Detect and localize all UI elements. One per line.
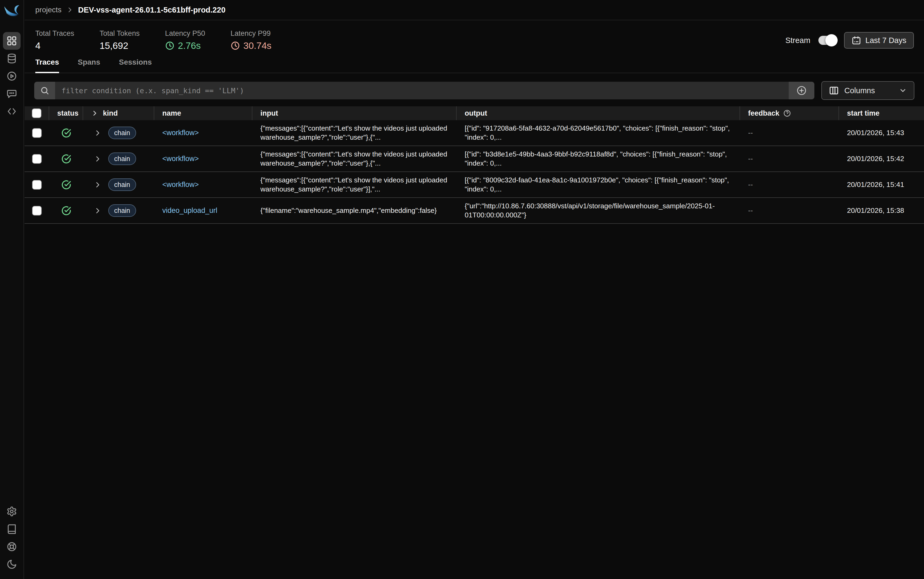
toggle-knob bbox=[826, 34, 838, 46]
tab-bar: Traces Spans Sessions bbox=[25, 58, 924, 73]
select-all-checkbox[interactable] bbox=[32, 108, 41, 118]
input-cell: {"messages":[{"content":"Let's show the … bbox=[253, 176, 457, 194]
stat-label: Latency P50 bbox=[165, 29, 205, 38]
row-checkbox[interactable] bbox=[32, 128, 42, 138]
row-checkbox[interactable] bbox=[32, 206, 42, 216]
tab-sessions[interactable]: Sessions bbox=[119, 58, 152, 73]
chevron-right-icon bbox=[91, 110, 98, 117]
table-row[interactable]: chain <workflow> {"messages":[{"content"… bbox=[25, 146, 924, 172]
kind-badge: chain bbox=[108, 127, 136, 139]
row-checkbox[interactable] bbox=[32, 154, 42, 164]
filter-search-cap bbox=[34, 82, 55, 99]
stat-label: Total Traces bbox=[35, 29, 74, 38]
date-range-button[interactable]: Last 7 Days bbox=[844, 32, 914, 49]
columns-icon bbox=[829, 85, 839, 96]
column-header-kind[interactable]: kind bbox=[83, 106, 154, 120]
trace-name-link[interactable]: <workflow> bbox=[162, 129, 199, 137]
row-checkbox[interactable] bbox=[32, 180, 42, 190]
header-controls: Stream Last 7 Days bbox=[785, 32, 914, 49]
column-header-output[interactable]: output bbox=[457, 106, 740, 120]
column-header-status[interactable]: status bbox=[49, 106, 83, 120]
question-circle-icon bbox=[783, 109, 791, 117]
chevron-right-icon bbox=[66, 7, 73, 13]
breadcrumb: projects DEV-vss-agent-26.01.1-5c61bff-p… bbox=[25, 0, 924, 20]
trace-name-link[interactable]: <workflow> bbox=[162, 155, 199, 163]
tab-spans[interactable]: Spans bbox=[78, 58, 100, 73]
life-ring-icon bbox=[7, 541, 17, 552]
output-cell: {"url":"http://10.86.7.60:30888/vst/api/… bbox=[457, 202, 740, 219]
trace-name-link[interactable]: video_upload_url bbox=[162, 206, 217, 214]
start-time-cell: 20/01/2026, 15:38 bbox=[839, 206, 924, 215]
chevron-down-icon bbox=[899, 87, 907, 95]
filter-condition-box bbox=[34, 82, 814, 99]
sidebar-item-playground[interactable] bbox=[3, 67, 21, 85]
sidebar-item-projects[interactable] bbox=[3, 32, 21, 50]
sidebar bbox=[0, 0, 24, 579]
stat-latency-p50: Latency P50 2.76s bbox=[165, 29, 205, 51]
latency-p50-value: 2.76s bbox=[178, 40, 201, 51]
input-cell: {"filename":"warehouse_sample.mp4","embe… bbox=[253, 206, 457, 215]
sidebar-item-docs[interactable] bbox=[3, 520, 21, 538]
table-row[interactable]: chain video_upload_url {"filename":"ware… bbox=[25, 198, 924, 224]
clock-icon bbox=[165, 41, 175, 51]
stats-row: Total Traces 4 Total Tokens 15,692 Laten… bbox=[25, 20, 924, 51]
search-icon bbox=[40, 86, 49, 95]
kind-badge: chain bbox=[108, 204, 136, 217]
stat-total-traces: Total Traces 4 bbox=[35, 29, 74, 51]
sidebar-item-datasets[interactable] bbox=[3, 50, 21, 67]
table-row[interactable]: chain <workflow> {"messages":[{"content"… bbox=[25, 172, 924, 198]
clock-icon bbox=[230, 41, 240, 51]
sidebar-item-apis[interactable] bbox=[3, 103, 21, 120]
table-row[interactable]: chain <workflow> {"messages":[{"content"… bbox=[25, 120, 924, 146]
sidebar-bottom-nav bbox=[3, 503, 21, 573]
stat-latency-p99: Latency P99 30.74s bbox=[230, 29, 271, 51]
trace-name-link[interactable]: <workflow> bbox=[162, 180, 199, 188]
kind-badge: chain bbox=[108, 152, 136, 165]
chat-icon bbox=[7, 88, 17, 99]
latency-p99-value: 30.74s bbox=[243, 40, 271, 51]
table-header: status kind name input output feedback s… bbox=[25, 106, 924, 120]
expand-row-icon[interactable] bbox=[94, 207, 101, 214]
phoenix-bird-logo bbox=[3, 3, 20, 20]
expand-row-icon[interactable] bbox=[94, 181, 101, 188]
columns-button[interactable]: Columns bbox=[821, 81, 914, 100]
start-time-cell: 20/01/2026, 15:43 bbox=[839, 129, 924, 137]
status-success-icon bbox=[61, 205, 72, 216]
main-content: projects DEV-vss-agent-26.01.1-5c61bff-p… bbox=[25, 0, 924, 224]
status-success-icon bbox=[61, 128, 72, 138]
expand-row-icon[interactable] bbox=[94, 129, 101, 137]
sidebar-item-settings[interactable] bbox=[3, 503, 21, 520]
code-icon bbox=[7, 106, 17, 117]
sidebar-item-theme[interactable] bbox=[3, 556, 21, 573]
output-cell: [{"id": "917208a6-5fa8-4632-a70d-62049e5… bbox=[457, 124, 740, 142]
stream-label: Stream bbox=[785, 36, 810, 45]
start-time-cell: 20/01/2026, 15:42 bbox=[839, 155, 924, 163]
moon-icon bbox=[7, 559, 17, 570]
add-filter-cap[interactable] bbox=[789, 82, 814, 99]
stat-label: Total Tokens bbox=[100, 29, 140, 38]
page-title: DEV-vss-agent-26.01.1-5c61bff-prod.220 bbox=[78, 6, 225, 15]
feedback-cell: -- bbox=[740, 155, 839, 163]
play-circle-icon bbox=[7, 71, 17, 82]
expand-row-icon[interactable] bbox=[94, 155, 101, 163]
column-header-name[interactable]: name bbox=[154, 106, 253, 120]
stream-toggle[interactable] bbox=[818, 36, 836, 45]
stat-label: Latency P99 bbox=[230, 29, 271, 38]
column-header-start-time[interactable]: start time bbox=[839, 106, 924, 120]
breadcrumb-projects-link[interactable]: projects bbox=[35, 6, 61, 14]
filter-row: Columns bbox=[34, 81, 914, 100]
stat-value: 15,692 bbox=[100, 40, 140, 51]
sidebar-item-prompts[interactable] bbox=[3, 85, 21, 103]
database-icon bbox=[7, 53, 17, 64]
columns-button-label: Columns bbox=[844, 86, 875, 95]
column-header-feedback[interactable]: feedback bbox=[740, 106, 839, 120]
column-header-input[interactable]: input bbox=[253, 106, 457, 120]
tab-traces[interactable]: Traces bbox=[35, 58, 59, 73]
status-success-icon bbox=[61, 180, 72, 190]
output-cell: [{"id": "8009c32d-faa0-41ea-8a1c-9a10019… bbox=[457, 176, 740, 194]
sidebar-nav bbox=[3, 32, 21, 120]
filter-condition-input[interactable] bbox=[55, 82, 789, 99]
traces-table: status kind name input output feedback s… bbox=[25, 106, 924, 224]
sidebar-item-support[interactable] bbox=[3, 538, 21, 556]
start-time-cell: 20/01/2026, 15:41 bbox=[839, 180, 924, 189]
